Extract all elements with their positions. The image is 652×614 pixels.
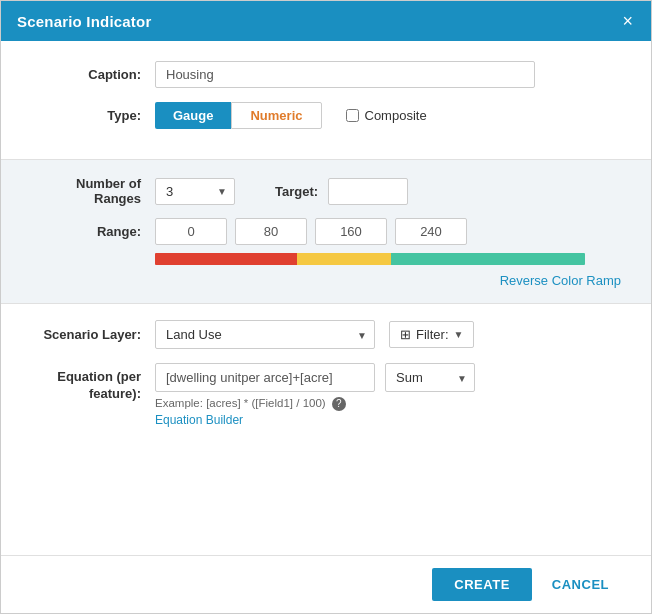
scenario-layer-row: Scenario Layer: Land Use ▼ ⊞ Filter: ▼ xyxy=(31,320,621,349)
color-ramp-bar xyxy=(155,253,585,265)
num-ranges-select-wrap: 3 2 4 5 ▼ xyxy=(155,178,235,205)
range-input-0[interactable] xyxy=(155,218,227,245)
target-input[interactable] xyxy=(328,178,408,205)
section-bottom: Scenario Layer: Land Use ▼ ⊞ Filter: ▼ E… xyxy=(1,304,651,437)
num-ranges-label: Number of Ranges xyxy=(31,176,141,206)
equation-left-col: Example: [acres] * ([Field1] / 100) ? Eq… xyxy=(155,363,375,427)
filter-label: Filter: xyxy=(416,327,449,342)
type-label: Type: xyxy=(31,108,141,123)
equation-input[interactable] xyxy=(155,363,375,392)
target-label: Target: xyxy=(275,184,318,199)
numeric-button[interactable]: Numeric xyxy=(231,102,321,129)
type-row: Type: Gauge Numeric Composite xyxy=(31,102,621,129)
cancel-button[interactable]: CANCEL xyxy=(534,568,627,601)
section-top: Caption: Type: Gauge Numeric Composite xyxy=(1,41,651,159)
create-button[interactable]: CREATE xyxy=(432,568,531,601)
caption-row: Caption: xyxy=(31,61,621,88)
composite-text: Composite xyxy=(365,108,427,123)
section-gray: Number of Ranges 3 2 4 5 ▼ Target: Range… xyxy=(1,159,651,304)
composite-label[interactable]: Composite xyxy=(346,108,427,123)
num-ranges-select[interactable]: 3 2 4 5 xyxy=(155,178,235,205)
caption-label: Caption: xyxy=(31,67,141,82)
equation-label: Equation (perfeature): xyxy=(31,363,141,403)
range-label: Range: xyxy=(31,224,141,239)
sum-select-wrap: Sum Average Min Max ▼ xyxy=(385,363,475,392)
filter-icon: ⊞ xyxy=(400,327,411,342)
filter-arrow-icon: ▼ xyxy=(454,329,464,340)
filter-button[interactable]: ⊞ Filter: ▼ xyxy=(389,321,474,348)
gauge-button[interactable]: Gauge xyxy=(155,102,231,129)
scenario-layer-select[interactable]: Land Use xyxy=(155,320,375,349)
ranges-row: Number of Ranges 3 2 4 5 ▼ Target: xyxy=(31,176,621,206)
range-input-1[interactable] xyxy=(235,218,307,245)
dialog-title: Scenario Indicator xyxy=(17,13,151,30)
range-values-row: Range: xyxy=(31,218,621,245)
equation-example: Example: [acres] * ([Field1] / 100) ? xyxy=(155,397,375,411)
type-buttons: Gauge Numeric Composite xyxy=(155,102,427,129)
range-input-3[interactable] xyxy=(395,218,467,245)
scenario-indicator-dialog: Scenario Indicator × Caption: Type: Gaug… xyxy=(0,0,652,614)
dialog-body: Caption: Type: Gauge Numeric Composite xyxy=(1,41,651,555)
equation-builder-link[interactable]: Equation Builder xyxy=(155,413,375,427)
dialog-footer: CREATE CANCEL xyxy=(1,555,651,613)
scenario-select-wrap: Land Use ▼ xyxy=(155,320,375,349)
equation-row: Equation (perfeature): Example: [acres] … xyxy=(31,363,621,427)
range-input-2[interactable] xyxy=(315,218,387,245)
dialog-header: Scenario Indicator × xyxy=(1,1,651,41)
help-icon[interactable]: ? xyxy=(332,397,346,411)
composite-checkbox[interactable] xyxy=(346,109,359,122)
equation-content: Example: [acres] * ([Field1] / 100) ? Eq… xyxy=(155,363,475,427)
reverse-color-ramp-link[interactable]: Reverse Color Ramp xyxy=(500,273,621,288)
caption-input[interactable] xyxy=(155,61,535,88)
close-button[interactable]: × xyxy=(620,12,635,30)
range-inputs-group xyxy=(155,218,467,245)
reverse-ramp-link-container: Reverse Color Ramp xyxy=(155,271,621,289)
scenario-layer-label: Scenario Layer: xyxy=(31,327,141,342)
sum-select[interactable]: Sum Average Min Max xyxy=(385,363,475,392)
